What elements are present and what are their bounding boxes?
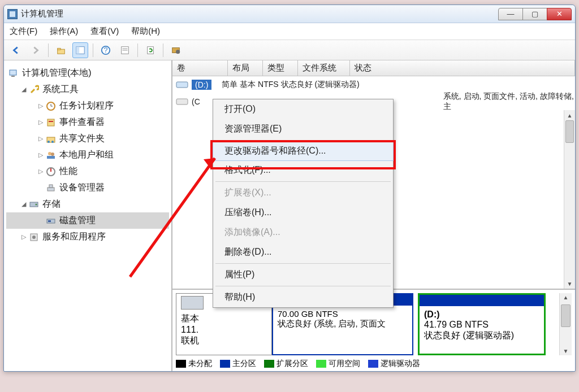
legend-swatch-primary — [220, 360, 230, 368]
col-status[interactable]: 状态 — [350, 60, 575, 76]
users-icon — [46, 150, 56, 160]
col-type[interactable]: 类型 — [263, 60, 298, 76]
computer-icon — [8, 68, 19, 79]
tree-services-apps[interactable]: ▷服务和应用程序 — [6, 229, 169, 245]
tree-storage[interactable]: ◢存储 — [6, 196, 169, 212]
svg-rect-3 — [76, 46, 79, 54]
nav-forward-button[interactable] — [28, 42, 44, 58]
legend-swatch-logical — [368, 360, 378, 368]
drive-icon — [176, 97, 188, 106]
legend-swatch-free — [316, 360, 326, 368]
menu-file[interactable]: 文件(F) — [10, 26, 37, 37]
svg-rect-24 — [47, 188, 54, 191]
ctx-explore[interactable]: 资源管理器(E) — [213, 119, 393, 139]
show-hide-tree-button[interactable] — [72, 42, 88, 58]
svg-rect-16 — [49, 121, 53, 122]
nav-back-button[interactable] — [8, 42, 24, 58]
window-title: 计算机管理 — [21, 8, 63, 19]
properties-button[interactable] — [117, 42, 133, 58]
disk-icon — [46, 216, 56, 226]
svg-point-18 — [47, 141, 50, 143]
menu-action[interactable]: 操作(A) — [50, 26, 78, 37]
svg-point-21 — [51, 153, 54, 156]
svg-rect-33 — [176, 99, 188, 104]
legend-swatch-unallocated — [176, 360, 186, 368]
pane-scrollbar[interactable]: ▲ ▼ — [559, 293, 572, 355]
menubar: 文件(F) 操作(A) 查看(V) 帮助(H) — [4, 23, 575, 40]
tree-performance[interactable]: ▷性能 — [6, 163, 169, 180]
partition-d[interactable]: (D:) 41.79 GB NTFS 状态良好 (逻辑驱动器) — [418, 293, 546, 355]
tree-shared-folders[interactable]: ▷共享文件夹 — [6, 130, 169, 147]
toolbar: ? — [4, 40, 575, 60]
refresh-button[interactable] — [142, 42, 158, 58]
svg-rect-25 — [49, 185, 53, 188]
minimize-button[interactable]: — — [498, 8, 523, 20]
col-filesystem[interactable]: 文件系统 — [298, 60, 350, 76]
up-button[interactable] — [53, 42, 69, 58]
services-icon — [29, 232, 39, 242]
svg-point-20 — [48, 152, 51, 155]
ctx-format[interactable]: 格式化(F)... — [213, 160, 393, 180]
disk-icon — [181, 296, 204, 310]
svg-rect-1 — [58, 48, 61, 50]
ctx-delete[interactable]: 删除卷(D)... — [213, 242, 393, 262]
svg-rect-12 — [10, 70, 16, 75]
wrench-icon — [29, 85, 39, 95]
tree-system-tools[interactable]: ◢系统工具 — [6, 81, 169, 98]
help-button[interactable]: ? — [98, 42, 114, 58]
volume-list-header: 卷 布局 类型 文件系统 状态 — [172, 60, 575, 76]
context-menu: 打开(O) 资源管理器(E) 更改驱动器号和路径(C)... 格式化(F)...… — [213, 99, 394, 308]
scroll-down-icon[interactable]: ▼ — [564, 278, 575, 289]
ctx-shrink[interactable]: 压缩卷(H)... — [213, 203, 393, 223]
svg-point-19 — [51, 141, 54, 143]
ctx-open[interactable]: 打开(O) — [213, 99, 393, 119]
disk-settings-button[interactable] — [168, 42, 184, 58]
tree-task-scheduler[interactable]: ▷任务计划程序 — [6, 98, 169, 114]
svg-point-27 — [36, 203, 37, 205]
ctx-change-drive-letter[interactable]: 更改驱动器号和路径(C)... — [213, 141, 394, 161]
svg-point-11 — [176, 50, 180, 54]
tree-event-viewer[interactable]: ▷事件查看器 — [6, 114, 169, 130]
svg-rect-22 — [47, 156, 55, 159]
svg-rect-15 — [47, 119, 54, 126]
maximize-button[interactable]: ▢ — [522, 8, 547, 20]
tree-device-manager[interactable]: 设备管理器 — [6, 180, 169, 196]
ctx-properties[interactable]: 属性(P) — [213, 265, 393, 285]
svg-point-31 — [32, 236, 36, 239]
event-icon — [46, 117, 56, 128]
app-icon — [7, 9, 18, 19]
menu-view[interactable]: 查看(V) — [90, 26, 119, 37]
tree-local-users[interactable]: ▷本地用户和组 — [6, 147, 169, 163]
list-scrollbar[interactable]: ▲ ▼ — [564, 110, 575, 289]
performance-icon — [46, 167, 56, 177]
scroll-up-icon[interactable]: ▲ — [564, 110, 575, 120]
drive-icon — [176, 80, 188, 89]
storage-icon — [29, 199, 39, 210]
nav-tree[interactable]: 计算机管理(本地) ◢系统工具 ▷任务计划程序 ▷事件查看器 ▷共享文件夹 ▷本… — [4, 60, 172, 371]
legend-swatch-extended — [264, 360, 274, 368]
titlebar[interactable]: 计算机管理 — ▢ ✕ — [4, 5, 575, 23]
ctx-add-mirror: 添加镜像(A)... — [213, 223, 393, 242]
svg-rect-29 — [48, 220, 51, 222]
legend: 未分配 主分区 扩展分区 可用空间 逻辑驱动器 — [176, 355, 572, 370]
svg-rect-13 — [11, 76, 15, 77]
menu-help[interactable]: 帮助(H) — [131, 26, 160, 37]
svg-text:?: ? — [103, 46, 107, 54]
tree-root[interactable]: 计算机管理(本地) — [6, 65, 169, 81]
clock-icon — [46, 101, 56, 111]
col-volume[interactable]: 卷 — [172, 60, 228, 76]
tree-disk-management[interactable]: 磁盘管理 — [6, 212, 169, 229]
svg-rect-32 — [176, 82, 188, 88]
col-layout[interactable]: 布局 — [228, 60, 263, 76]
ctx-help[interactable]: 帮助(H) — [213, 288, 393, 307]
ctx-extend: 扩展卷(X)... — [213, 183, 393, 203]
scroll-thumb[interactable] — [565, 120, 574, 143]
folder-share-icon — [46, 134, 56, 144]
volume-row-d[interactable]: (D:) 简单 基本 NTFS 状态良好 (逻辑驱动器) — [172, 76, 575, 93]
device-icon — [46, 183, 56, 193]
close-button[interactable]: ✕ — [547, 8, 572, 20]
